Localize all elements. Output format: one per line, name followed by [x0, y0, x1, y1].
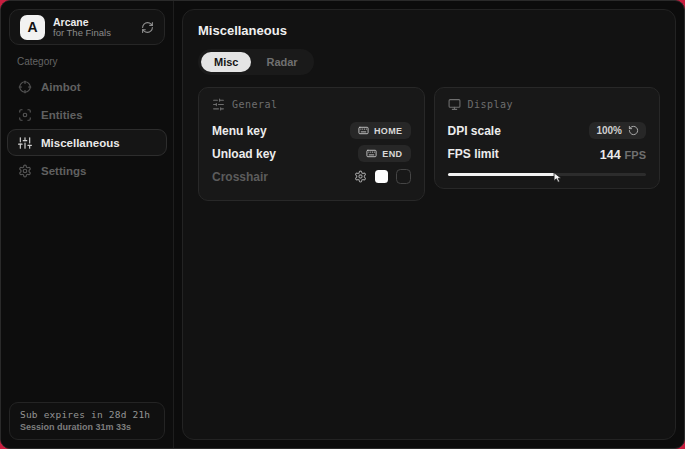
sidebar-item-miscellaneous[interactable]: Miscellaneous — [7, 129, 167, 156]
fps-limit-row: FPS limit 144FPS — [448, 142, 647, 165]
crosshair-settings-icon[interactable] — [354, 170, 367, 183]
fps-limit-label: FPS limit — [448, 147, 499, 161]
subscription-status-card: Sub expires in 28d 21h Session duration … — [9, 402, 165, 440]
menu-key-label: Menu key — [212, 124, 267, 138]
unload-key-bind-button[interactable]: END — [358, 145, 410, 162]
unload-key-row: Unload key END — [212, 142, 411, 165]
card-title-display: Display — [468, 99, 514, 110]
session-duration-text: Session duration 31m 33s — [20, 422, 154, 432]
main-panel: Miscellaneous Misc Radar General — [182, 9, 676, 440]
tab-bar: Misc Radar — [198, 49, 314, 75]
cursor-icon — [553, 169, 563, 187]
keyboard-icon — [366, 148, 377, 159]
dpi-scale-value: 100% — [596, 125, 622, 136]
fps-limit-unit: FPS — [625, 149, 646, 161]
menu-key-value: HOME — [374, 126, 403, 136]
crosshair-row: Crosshair — [212, 165, 411, 188]
tab-misc[interactable]: Misc — [201, 52, 251, 72]
settings-cards-row: General Menu key HOME — [198, 87, 660, 201]
reset-icon[interactable] — [628, 125, 639, 136]
dpi-scale-stepper[interactable]: 100% — [589, 122, 646, 139]
keyboard-icon — [358, 125, 369, 136]
sidebar-item-entities[interactable]: Entities — [7, 101, 167, 128]
tab-radar[interactable]: Radar — [253, 52, 310, 72]
category-label: Category — [17, 56, 173, 67]
sliders-horizontal-icon — [212, 98, 225, 111]
page-title: Miscellaneous — [198, 23, 660, 38]
unload-key-label: Unload key — [212, 147, 276, 161]
crosshair-color-swatch[interactable] — [375, 170, 388, 183]
menu-key-bind-button[interactable]: HOME — [350, 122, 411, 139]
gear-icon — [18, 164, 32, 178]
app-title: Arcane — [53, 16, 111, 28]
sidebar-item-label: Settings — [41, 165, 86, 177]
sidebar-item-label: Aimbot — [41, 81, 81, 93]
fps-limit-value: 144 — [600, 148, 621, 162]
sidebar-item-label: Entities — [41, 109, 83, 121]
app-window: A Arcane for The Finals Category — [0, 0, 685, 449]
menu-key-row: Menu key HOME — [212, 119, 411, 142]
dpi-scale-row: DPI scale 100% — [448, 119, 647, 142]
scan-eye-icon — [18, 108, 32, 122]
app-header-card: A Arcane for The Finals — [9, 9, 165, 45]
card-title-general: General — [232, 99, 278, 110]
slider-fill — [448, 173, 555, 176]
refresh-icon[interactable] — [141, 21, 154, 34]
app-subtitle: for The Finals — [53, 28, 111, 39]
monitor-icon — [448, 98, 461, 111]
app-logo: A — [20, 15, 45, 40]
general-card: General Menu key HOME — [198, 87, 425, 201]
sidebar-item-label: Miscellaneous — [41, 137, 120, 149]
sidebar-item-aimbot[interactable]: Aimbot — [7, 73, 167, 100]
sub-expiry-text: Sub expires in 28d 21h — [20, 409, 154, 420]
crosshair-label: Crosshair — [212, 170, 268, 184]
display-card: Display DPI scale 100% — [434, 87, 661, 189]
unload-key-value: END — [382, 149, 402, 159]
sidebar: A Arcane for The Finals Category — [1, 1, 174, 448]
fps-limit-slider[interactable] — [448, 173, 647, 176]
sidebar-nav: Aimbot Entities — [1, 69, 173, 184]
crosshair-icon — [18, 80, 32, 94]
dpi-scale-label: DPI scale — [448, 124, 501, 138]
sidebar-item-settings[interactable]: Settings — [7, 157, 167, 184]
sliders-icon — [18, 136, 32, 150]
crosshair-checkbox[interactable] — [396, 169, 411, 184]
